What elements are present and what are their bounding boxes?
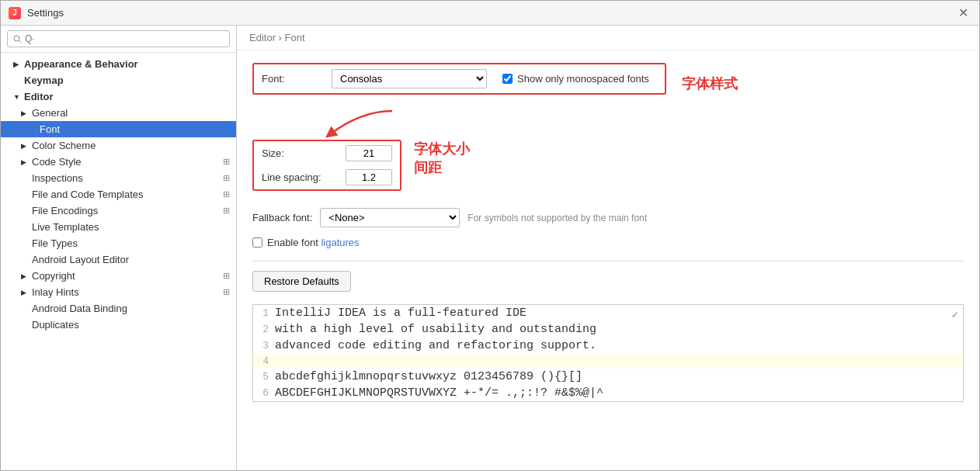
arrow-icon: ▶ — [21, 272, 29, 280]
sidebar-item-inspections[interactable]: Inspections ⊞ — [1, 170, 236, 186]
sidebar-item-font[interactable]: Font — [1, 121, 236, 137]
sidebar-item-label: Live Templates — [32, 221, 99, 233]
sidebar-item-label: Color Scheme — [32, 140, 96, 151]
chinese-size-label: 字体大小 — [414, 140, 470, 158]
sidebar-item-keymap[interactable]: Keymap — [1, 72, 236, 88]
sidebar-item-label: Duplicates — [32, 319, 79, 331]
font-select[interactable]: Consolas — [332, 69, 487, 88]
font-row: Font: Consolas Show only monospaced font… — [254, 64, 665, 93]
sidebar-item-android-data-binding[interactable]: Android Data Binding — [1, 300, 236, 317]
ligatures-row: Enable font ligatures — [252, 237, 964, 248]
close-button[interactable]: ✕ — [955, 5, 971, 21]
arrow-icon: ▶ — [13, 61, 21, 68]
window-title: Settings — [27, 7, 64, 19]
preview-line-2: 2 with a high level of usability and out… — [253, 321, 963, 338]
config-icon: ⊞ — [223, 206, 230, 216]
sidebar-item-label: Android Data Binding — [32, 303, 127, 314]
line-spacing-label: Line spacing: — [262, 171, 339, 183]
sidebar-item-file-code-templates[interactable]: File and Code Templates ⊞ — [1, 186, 236, 203]
arrow-icon: ▶ — [21, 109, 29, 117]
line-spacing-input[interactable] — [346, 169, 392, 185]
config-icon: ⊞ — [223, 287, 230, 297]
chinese-labels: 字体大小 间距 — [406, 140, 470, 177]
line-content: advanced code editing and refactoring su… — [275, 339, 596, 352]
ligatures-link[interactable]: ligatures — [321, 237, 359, 248]
fallback-font-row: Fallback font: <None> For symbols not su… — [252, 208, 964, 227]
sidebar-item-appearance[interactable]: ▶ Appearance & Behavior — [1, 56, 236, 72]
content-area: Font: Consolas Show only monospaced font… — [237, 50, 979, 470]
sidebar-item-label: Appearance & Behavior — [24, 58, 138, 70]
line-content: ABCDEFGHIJKLMNOPQRSTUVWXYZ +-*/= .,;:!? … — [275, 386, 603, 400]
sidebar-item-label: File and Code Templates — [32, 189, 144, 200]
fallback-font-label: Fallback font: — [252, 212, 312, 223]
monospaced-checkbox[interactable] — [502, 74, 513, 84]
title-bar: J Settings ✕ — [1, 1, 979, 26]
font-label: Font: — [262, 73, 324, 85]
fallback-font-select[interactable]: <None> — [320, 208, 460, 227]
line-number: 4 — [253, 355, 275, 367]
sidebar: ▶ Appearance & Behavior Keymap ▼ Editor … — [1, 26, 237, 470]
config-icon: ⊞ — [223, 189, 230, 199]
sidebar-item-code-style[interactable]: ▶ Code Style ⊞ — [1, 154, 236, 170]
annotation-arrow — [315, 107, 408, 138]
breadcrumb-parent: Editor — [249, 32, 276, 43]
fallback-hint: For symbols not supported by the main fo… — [467, 213, 647, 223]
sidebar-item-inlay-hints[interactable]: ▶ Inlay Hints ⊞ — [1, 284, 236, 300]
sidebar-item-live-templates[interactable]: Live Templates — [1, 219, 236, 235]
title-bar-left: J Settings — [9, 7, 64, 19]
breadcrumb: Editor › Font — [237, 26, 979, 50]
monospaced-label: Show only monospaced fonts — [517, 73, 649, 85]
line-spacing-row: Line spacing: — [254, 165, 400, 189]
line-number: 6 — [253, 387, 275, 399]
restore-defaults-button[interactable]: Restore Defaults — [252, 271, 351, 292]
font-annotation-box: Font: Consolas Show only monospaced font… — [252, 63, 666, 95]
sidebar-item-label: Copyright — [32, 270, 75, 282]
size-label: Size: — [262, 147, 339, 159]
chinese-spacing-label: 间距 — [414, 158, 470, 177]
size-spacing-container: Size: Line spacing: 字体大小 间距 — [252, 140, 964, 200]
size-input[interactable] — [346, 145, 392, 161]
sidebar-item-editor[interactable]: ▼ Editor — [1, 88, 236, 105]
chinese-style-label: 字体样式 — [682, 74, 738, 93]
sidebar-item-label: File Encodings — [32, 205, 98, 216]
sidebar-item-label: Code Style — [32, 156, 82, 168]
line-number: 1 — [253, 307, 275, 319]
preview-line-1: 1 IntelliJ IDEA is a full-featured IDE — [253, 305, 963, 321]
sidebar-item-label: Keymap — [24, 74, 64, 86]
line-content: with a high level of usability and outst… — [275, 323, 596, 336]
preview-line-6: 6 ABCDEFGHIJKLMNOPQRSTUVWXYZ +-*/= .,;:!… — [253, 385, 963, 401]
sidebar-item-color-scheme[interactable]: ▶ Color Scheme — [1, 137, 236, 154]
copy-icon: ✓ — [952, 308, 958, 321]
size-row: Size: — [254, 141, 400, 165]
main-content: Editor › Font Font: Consolas — [237, 26, 979, 470]
sidebar-item-label: Android Layout Editor — [32, 254, 129, 265]
config-icon: ⊞ — [223, 271, 230, 281]
sidebar-item-label: File Types — [32, 237, 78, 249]
settings-window: J Settings ✕ ▶ Appearance & Behavior Key… — [0, 0, 980, 471]
arrow-icon: ▶ — [21, 158, 29, 166]
line-number: 2 — [253, 324, 275, 335]
sidebar-item-label: Inspections — [32, 172, 83, 184]
arrow-icon: ▶ — [21, 142, 29, 150]
line-number: 3 — [253, 340, 275, 352]
sidebar-item-duplicates[interactable]: Duplicates — [1, 317, 236, 333]
breadcrumb-current: Font — [285, 32, 305, 43]
monospaced-checkbox-row: Show only monospaced fonts — [495, 73, 657, 85]
sidebar-item-file-encodings[interactable]: File Encodings ⊞ — [1, 203, 236, 219]
sidebar-item-copyright[interactable]: ▶ Copyright ⊞ — [1, 268, 236, 284]
sidebar-item-label: General — [32, 107, 68, 119]
line-number: 5 — [253, 371, 275, 383]
sidebar-item-label: Font — [40, 123, 60, 135]
preview-line-5: 5 abcdefghijklmnopqrstuvwxyz 0123456789 … — [253, 369, 963, 385]
search-input[interactable] — [7, 30, 230, 47]
preview-line-4: 4 — [253, 354, 963, 369]
window-body: ▶ Appearance & Behavior Keymap ▼ Editor … — [1, 26, 979, 470]
sidebar-item-android-layout[interactable]: Android Layout Editor — [1, 251, 236, 268]
size-spacing-box: Size: Line spacing: — [252, 140, 401, 191]
sidebar-item-general[interactable]: ▶ General — [1, 105, 236, 121]
divider — [252, 261, 964, 261]
ligatures-checkbox[interactable] — [252, 237, 262, 248]
sidebar-item-file-types[interactable]: File Types — [1, 235, 236, 251]
preview-line-3: 3 advanced code editing and refactoring … — [253, 338, 963, 354]
line-content: abcdefghijklmnopqrstuvwxyz 0123456789 ()… — [275, 370, 582, 383]
